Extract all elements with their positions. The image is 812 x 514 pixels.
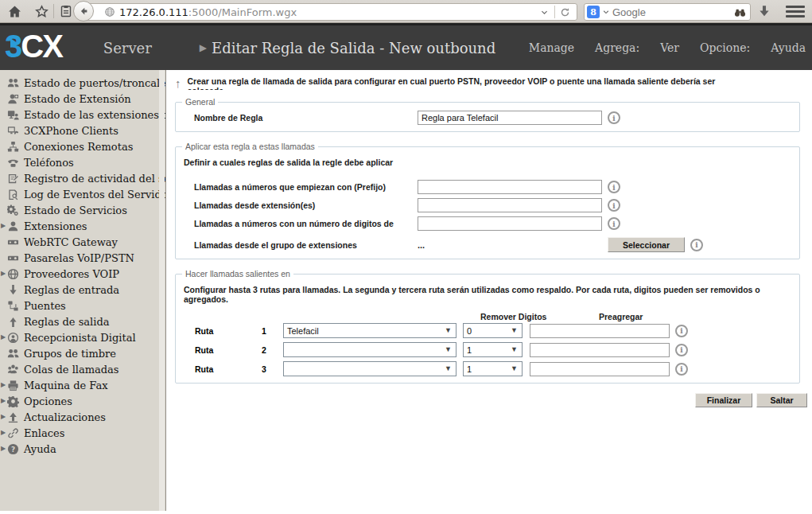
sidebar-item-reglas-salida[interactable]: Reglas de salida bbox=[0, 313, 165, 329]
sidebar-item-3cxphone-clients[interactable]: 3CXPhone Clients bbox=[0, 123, 165, 138]
sidebar-item-log-eventos[interactable]: Log de Eventos del Servidor bbox=[0, 186, 165, 202]
expand-caret-icon[interactable]: ▶ bbox=[1, 329, 6, 345]
remote-connections-icon bbox=[6, 140, 20, 153]
apply-rule-intro: Definir a cuales reglas de salida la reg… bbox=[184, 158, 793, 167]
route1-select[interactable]: Telefacil bbox=[283, 323, 457, 338]
fax-icon bbox=[6, 379, 20, 391]
sidebar-item-actualizaciones[interactable]: ▶Actualizaciones bbox=[0, 409, 165, 425]
route3-prepend-input[interactable] bbox=[530, 362, 670, 376]
sidebar-item-registro-actividad[interactable]: Registro de actividad del ser bbox=[0, 170, 165, 186]
sidebar-item-estado-servicios[interactable]: Estado de Servicios bbox=[0, 202, 165, 218]
3cx-logo: 3CX bbox=[5, 29, 62, 64]
reload-icon[interactable] bbox=[557, 7, 573, 18]
sidebar-item-estado-puertos[interactable]: Estado de puertos/troncales bbox=[0, 75, 165, 91]
menu-help[interactable]: Ayuda bbox=[771, 41, 806, 54]
sidebar-item-opciones[interactable]: ▶Opciones bbox=[0, 393, 165, 409]
menu-view[interactable]: Ver bbox=[660, 41, 679, 54]
route1-prepend-input[interactable] bbox=[530, 324, 670, 338]
from-extensions-label: Llamadas desde extensión(es) bbox=[182, 201, 418, 210]
outbound-arrow-icon: ↑ bbox=[175, 76, 181, 94]
expand-caret-icon[interactable]: ▶ bbox=[1, 218, 6, 234]
sidebar-item-enlaces[interactable]: ▶Enlaces bbox=[0, 425, 165, 441]
menu-add[interactable]: Agrega: bbox=[595, 41, 639, 54]
route2-prepend-input[interactable] bbox=[530, 343, 670, 357]
help-icon bbox=[6, 442, 20, 455]
apply-rule-fieldset: Aplicar esta regla a estas llamadas Defi… bbox=[175, 142, 800, 259]
expand-caret-icon[interactable]: ▶ bbox=[1, 409, 6, 425]
extension-group-value: ... bbox=[418, 240, 602, 250]
sidebar-item-telefonos[interactable]: Teléfonos bbox=[0, 154, 165, 170]
sidebar-item-recepcionista-digital[interactable]: ▶Recepcionista Digital bbox=[0, 329, 165, 345]
route3-remove-digits-select[interactable]: 1 bbox=[463, 361, 523, 376]
search-input[interactable] bbox=[612, 6, 734, 18]
digit-length-label: Llamadas a números con un número de digi… bbox=[182, 219, 418, 228]
sidebar-item-proveedores-voip[interactable]: ▶Proveedores VOIP bbox=[0, 266, 165, 282]
site-globe-icon bbox=[104, 6, 115, 18]
rule-name-input[interactable] bbox=[418, 111, 602, 125]
binoculars-search-icon[interactable] bbox=[734, 6, 746, 18]
sidebar-item-conexiones-remotas[interactable]: Conexiones Remotas bbox=[0, 138, 165, 154]
sidebar-item-maquina-fax[interactable]: ▶Maquina de Fax bbox=[0, 377, 165, 393]
extension-group-label: Llamadas desde el grupo de extensiones bbox=[182, 240, 418, 250]
hamburger-menu-icon[interactable] bbox=[786, 6, 805, 18]
bookmark-star-icon[interactable] bbox=[33, 5, 50, 18]
url-dropdown-icon[interactable] bbox=[536, 8, 553, 17]
info-icon[interactable]: i bbox=[675, 344, 688, 356]
sidebar-nav: Estado de puertos/troncales Estado de Ex… bbox=[0, 70, 166, 511]
info-icon[interactable]: i bbox=[608, 217, 620, 230]
expand-caret-icon[interactable]: ▶ bbox=[1, 441, 6, 457]
from-extensions-input[interactable] bbox=[418, 198, 602, 212]
digit-length-input[interactable] bbox=[418, 216, 602, 231]
bookmarks-list-icon[interactable] bbox=[57, 5, 75, 18]
sidebar-item-grupos-timbre[interactable]: Grupos de timbre bbox=[0, 345, 165, 361]
route2-remove-digits-select[interactable]: 1 bbox=[463, 342, 523, 357]
menu-manage[interactable]: Manage bbox=[529, 41, 574, 54]
info-icon[interactable]: i bbox=[675, 325, 688, 337]
info-icon[interactable]: i bbox=[608, 181, 620, 193]
sidebar-item-estado-extension[interactable]: Estado de Extensión bbox=[0, 91, 165, 107]
skip-button[interactable]: Saltar bbox=[756, 393, 807, 407]
finish-button[interactable]: Finalizar bbox=[695, 393, 752, 407]
info-icon[interactable]: i bbox=[608, 111, 620, 124]
hint-text: Crear una regla de llamada de salida par… bbox=[188, 76, 716, 94]
sidebar-item-extensiones[interactable]: ▶Extensiones bbox=[0, 218, 165, 234]
link-icon bbox=[6, 426, 20, 439]
services-icon bbox=[6, 204, 20, 216]
info-icon[interactable]: i bbox=[675, 363, 688, 376]
outbound-routes-legend: Hacer llamadas salientes en bbox=[182, 269, 293, 278]
sidebar-item-webrtc-gateway[interactable]: WebRTC Gateway bbox=[0, 234, 165, 250]
route2-label: Ruta bbox=[182, 345, 262, 355]
expand-caret-icon[interactable]: ▶ bbox=[1, 393, 6, 409]
sidebar-item-ayuda[interactable]: ▶Ayuda bbox=[0, 441, 165, 457]
home-icon[interactable] bbox=[6, 5, 23, 18]
sidebar-item-reglas-entrada[interactable]: Reglas de entrada bbox=[0, 282, 165, 298]
downloads-icon[interactable] bbox=[757, 4, 771, 18]
url-bar[interactable]: 172.26.0.111:5000/MainForm.wgx bbox=[83, 3, 577, 21]
rule-name-label: Nombre de Regla bbox=[182, 113, 418, 123]
general-legend: General bbox=[182, 97, 218, 107]
info-icon[interactable]: i bbox=[608, 199, 620, 212]
menu-options[interactable]: Opcione: bbox=[700, 41, 750, 54]
select-group-button[interactable]: Seleccionar bbox=[608, 237, 685, 252]
engine-dropdown-icon[interactable] bbox=[600, 8, 612, 16]
route3-label: Ruta bbox=[182, 364, 262, 374]
route3-select[interactable] bbox=[283, 361, 457, 376]
sidebar-item-puentes[interactable]: Puentes bbox=[0, 298, 165, 313]
route1-remove-digits-select[interactable]: 0 bbox=[463, 323, 523, 338]
url-text[interactable]: 172.26.0.111:5000/MainForm.wgx bbox=[119, 6, 297, 18]
prefix-label: Llamadas a números que empiezan con (Pre… bbox=[182, 182, 418, 192]
sidebar-item-pasarelas-voip[interactable]: Pasarelas VoIP/PSTN bbox=[0, 250, 165, 266]
prefix-input[interactable] bbox=[418, 180, 602, 194]
route2-select[interactable] bbox=[283, 342, 457, 357]
breadcrumb-caret-icon: ▶ bbox=[200, 42, 207, 53]
sidebar-item-colas-llamadas[interactable]: Colas de llamadas bbox=[0, 361, 165, 377]
expand-caret-icon[interactable]: ▶ bbox=[1, 377, 6, 393]
google-engine-icon[interactable]: 8 bbox=[587, 6, 600, 18]
info-icon[interactable]: i bbox=[690, 239, 703, 251]
expand-caret-icon[interactable]: ▶ bbox=[1, 425, 6, 441]
event-log-icon bbox=[6, 188, 20, 201]
sidebar-item-estado-extensiones-sistema[interactable]: Estado de las extensiones del bbox=[0, 107, 165, 123]
expand-caret-icon[interactable]: ▶ bbox=[1, 266, 6, 282]
search-box[interactable]: 8 bbox=[584, 3, 751, 21]
back-button[interactable] bbox=[73, 1, 94, 21]
